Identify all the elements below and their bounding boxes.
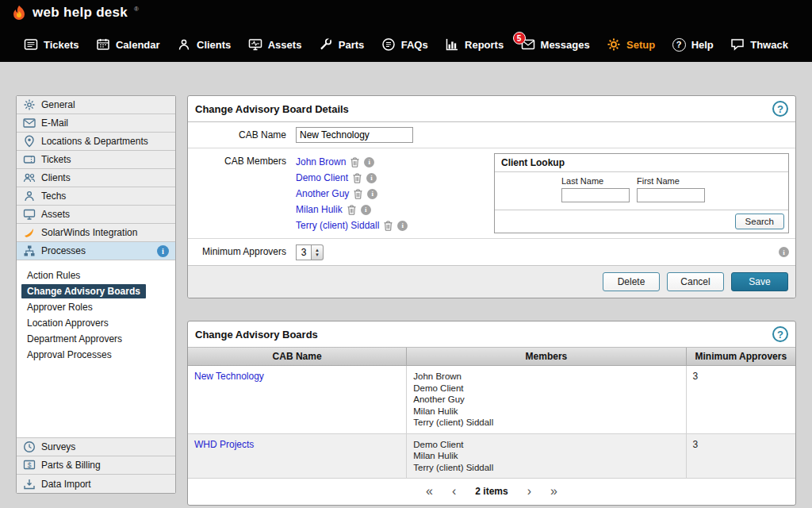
reports-chart-icon [445, 37, 459, 52]
nav-item-parts[interactable]: Parts [319, 37, 365, 52]
next-page-button[interactable]: › [527, 485, 531, 498]
sidebar-item-email[interactable]: E-Mail [17, 114, 175, 133]
nav-item-thwack[interactable]: Thwack [730, 37, 788, 52]
nav-item-assets[interactable]: Assets [248, 37, 302, 52]
nav-item-setup[interactable]: Setup [607, 37, 655, 52]
sidebar-item-parts-billing[interactable]: $ Parts & Billing [17, 456, 175, 475]
info-icon[interactable]: i [366, 173, 377, 183]
cab-name-cell: WHD Projects [188, 433, 407, 479]
stepper-arrows-icon[interactable]: ▲ ▼ [312, 244, 324, 260]
nav-label: Reports [465, 39, 504, 51]
help-icon: ? [672, 38, 686, 52]
submenu-item-approval-processes[interactable]: Approval Processes [21, 348, 117, 362]
member-link[interactable]: Demo Client [296, 172, 348, 183]
search-button[interactable]: Search [735, 214, 784, 229]
sidebar-item-locations-departments[interactable]: Locations & Departments [17, 133, 175, 151]
sidebar-item-techs[interactable]: Techs [17, 187, 175, 206]
sidebar-item-general[interactable]: General [17, 96, 175, 114]
table-row: New Technology John Brown Demo Client An… [188, 366, 795, 434]
processes-flowchart-icon [23, 244, 36, 257]
app-logo[interactable]: web help desk ® [10, 5, 139, 22]
info-icon[interactable]: i [361, 205, 371, 215]
nav-item-reports[interactable]: Reports [445, 37, 504, 52]
first-name-label: First Name [637, 176, 705, 186]
prev-page-button[interactable]: ‹ [452, 485, 456, 498]
sidebar-item-assets[interactable]: Assets [17, 206, 175, 224]
logo-text: web help desk [33, 5, 128, 21]
nav-item-faqs[interactable]: FAQs [381, 37, 428, 52]
submenu-item-change-advisory-boards[interactable]: Change Advisory Boards [21, 284, 146, 298]
min-approvers-info-icon[interactable]: i [779, 247, 789, 257]
cab-row-link[interactable]: WHD Projects [194, 439, 254, 450]
member-link[interactable]: Another Guy [296, 188, 349, 199]
panel-header: Change Advisory Boards ? [188, 321, 795, 348]
faqs-icon [381, 37, 396, 52]
submenu-item-action-rules[interactable]: Action Rules [21, 268, 86, 283]
delete-button[interactable]: Delete [603, 272, 660, 291]
sidebar-item-data-import[interactable]: Data Import [17, 475, 175, 493]
sidebar-item-processes[interactable]: Processes i [17, 242, 175, 260]
nav-item-messages[interactable]: 5 Messages [521, 37, 590, 52]
cab-members-label: CAB Members [194, 153, 296, 167]
last-name-input[interactable] [561, 188, 630, 202]
member-name: Terry (client) Siddall [413, 417, 679, 429]
last-name-field-group: Last Name [561, 176, 630, 202]
top-bar: web help desk ® [0, 0, 812, 27]
save-button[interactable]: Save [731, 272, 788, 291]
client-lookup-panel: Client Lookup Last Name First Name Searc… [494, 153, 789, 233]
trash-icon[interactable] [353, 173, 362, 183]
info-icon[interactable]: i [364, 157, 374, 167]
trash-icon[interactable] [350, 157, 359, 167]
member-name: John Brown [413, 371, 679, 383]
processes-info-icon[interactable]: i [157, 245, 169, 257]
member-link[interactable]: Terry (client) Siddall [296, 220, 379, 231]
nav-item-calendar[interactable]: Calendar [96, 37, 160, 52]
nav-label: FAQs [401, 39, 428, 51]
nav-item-help[interactable]: ? Help [672, 38, 714, 52]
setup-gear-icon [607, 37, 621, 52]
column-header-members: Members [407, 348, 686, 366]
nav-label: Thwack [750, 39, 788, 51]
submenu-item-location-approvers[interactable]: Location Approvers [21, 316, 114, 330]
nav-label: Assets [268, 39, 302, 51]
trash-icon[interactable] [384, 221, 393, 231]
info-icon[interactable]: i [367, 189, 377, 199]
member-name: Demo Client [413, 439, 679, 451]
help-button[interactable]: ? [772, 326, 788, 342]
cab-member-row: Terry (client) Siddall i [296, 217, 492, 233]
submenu-item-approver-roles[interactable]: Approver Roles [21, 300, 98, 314]
help-button[interactable]: ? [772, 101, 788, 117]
last-page-button[interactable]: » [550, 485, 557, 498]
sidebar-item-label: Locations & Departments [41, 136, 148, 147]
member-link[interactable]: John Brown [296, 156, 346, 167]
cab-row-link[interactable]: New Technology [194, 371, 264, 382]
sidebar-item-surveys[interactable]: Surveys [17, 438, 175, 456]
info-icon[interactable]: i [397, 221, 408, 231]
table-header-row: CAB Name Members Minimum Approvers [188, 348, 795, 366]
sidebar-item-label: Tickets [41, 154, 71, 165]
first-name-field-group: First Name [637, 176, 705, 202]
sidebar-item-tickets[interactable]: Tickets [17, 151, 175, 169]
nav-item-clients[interactable]: Clients [177, 37, 231, 52]
cab-members-row: CAB Members John Brown i Demo Client i A… [188, 148, 795, 238]
main-nav: Tickets Calendar Clients Assets Parts FA… [0, 27, 812, 62]
nav-label: Calendar [116, 39, 160, 51]
ticket-icon [23, 153, 36, 166]
trash-icon[interactable] [347, 205, 356, 215]
sidebar-item-solarwinds-integration[interactable]: SolarWinds Integration [17, 224, 175, 242]
member-link[interactable]: Milan Hulik [296, 204, 343, 215]
cancel-button[interactable]: Cancel [667, 272, 724, 291]
sidebar-item-clients[interactable]: Clients [17, 169, 175, 187]
first-page-button[interactable]: « [426, 485, 433, 498]
trash-icon[interactable] [354, 189, 362, 199]
solarwinds-icon [23, 226, 36, 239]
submenu-item-department-approvers[interactable]: Department Approvers [21, 332, 128, 346]
first-name-input[interactable] [637, 188, 705, 202]
cab-details-panel: Change Advisory Board Details ? CAB Name… [187, 95, 796, 298]
member-name: Milan Hulik [413, 450, 679, 462]
client-lookup-title: Client Lookup [495, 154, 788, 172]
cab-name-input[interactable] [296, 127, 413, 143]
sidebar-item-label: General [41, 99, 75, 110]
min-approvers-stepper[interactable]: 3 ▲ ▼ [296, 244, 324, 260]
nav-item-tickets[interactable]: Tickets [24, 37, 79, 52]
